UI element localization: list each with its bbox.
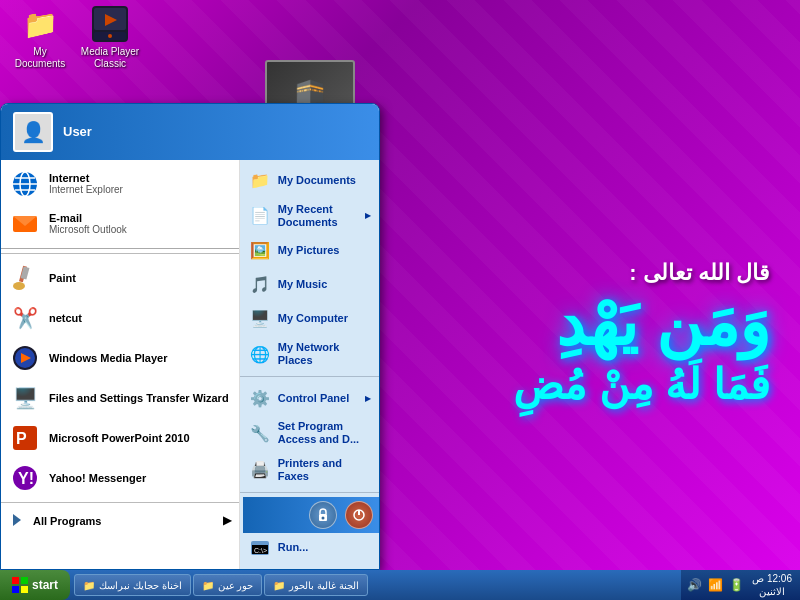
paint-label: Paint [49, 272, 76, 284]
right-my-recent[interactable]: 📄 My Recent Documents [240, 198, 379, 234]
all-programs-icon [9, 512, 25, 530]
powerpoint-label: Microsoft PowerPoint 2010 [49, 432, 190, 444]
taskbar-item-1[interactable]: 📁 الجنة غالية بالحور [264, 574, 368, 596]
right-my-music[interactable]: 🎵 My Music [240, 268, 379, 302]
arabic-text: قال الله تعالى : وَمَن يَهْدِ فَمَا لَهُ… [513, 260, 770, 409]
fastwiz-text: Files and Settings Transfer Wizard [49, 392, 229, 404]
menu-item-wmp[interactable]: Windows Media Player [1, 338, 239, 378]
netcut-text: netcut [49, 312, 82, 324]
taskbar-item-icon: 📁 [202, 580, 214, 591]
my-documents-label: My Documents [278, 174, 356, 187]
svg-marker-22 [13, 514, 21, 526]
powerpoint-text: Microsoft PowerPoint 2010 [49, 432, 190, 444]
taskbar-items: 📁 اخناة حجايك نبراسك 📁 حور عين 📁 الجنة غ… [74, 574, 681, 596]
media-player-icon [90, 4, 130, 44]
start-label: start [32, 578, 58, 592]
right-my-pictures[interactable]: 🖼️ My Pictures [240, 234, 379, 268]
right-run[interactable]: C:\> Run... [240, 531, 379, 565]
powerpoint-icon: P [9, 422, 41, 454]
all-programs-button[interactable]: All Programs ▶ [1, 507, 239, 535]
taskbar-item-2[interactable]: 📁 حور عين [193, 574, 263, 596]
computer-icon: 🖥️ [248, 307, 272, 331]
internet-sub: Internet Explorer [49, 184, 123, 195]
svg-text:Y!: Y! [18, 470, 34, 487]
network-icon: 🌐 [248, 342, 272, 366]
netcut-label: netcut [49, 312, 82, 324]
menu-separator-1 [1, 253, 239, 254]
svg-text:P: P [16, 430, 27, 447]
svg-rect-30 [12, 577, 19, 584]
menu-item-powerpoint[interactable]: P Microsoft PowerPoint 2010 [1, 418, 239, 458]
right-network[interactable]: 🌐 My Network Places [240, 336, 379, 372]
wmp-icon [9, 342, 41, 374]
my-pictures-label: My Pictures [278, 244, 340, 257]
set-program-icon: 🔧 [248, 421, 272, 445]
system-tray: 🔊 📶 🔋 12:06 ص الاثنين [681, 570, 800, 600]
svg-rect-33 [21, 586, 28, 593]
taskbar-item-label: اخناة حجايك نبراسك [99, 580, 182, 591]
fastwiz-label: Files and Settings Transfer Wizard [49, 392, 229, 404]
wmp-text: Windows Media Player [49, 352, 168, 364]
folder-icon: 📁 [248, 169, 272, 193]
menu-item-email[interactable]: E-mail Microsoft Outlook [1, 204, 239, 244]
network-label: My Network Places [278, 341, 371, 367]
user-avatar: 👤 [13, 112, 53, 152]
menu-item-fastwiz[interactable]: 🖥️ Files and Settings Transfer Wizard [1, 378, 239, 418]
start-menu-body: Internet Internet Explorer E-mail [1, 160, 379, 570]
menu-item-paint[interactable]: Paint [1, 258, 239, 298]
right-my-computer[interactable]: 🖥️ My Computer [240, 302, 379, 336]
run-icon: C:\> [248, 536, 272, 560]
desktop-icon-label: Media PlayerClassic [81, 46, 139, 70]
taskbar-item-3[interactable]: 📁 اخناة حجايك نبراسك [74, 574, 191, 596]
menu-item-yahoo[interactable]: Y! Yahoo! Messenger [1, 458, 239, 498]
printers-icon: 🖨️ [248, 458, 272, 482]
left-panel: Internet Internet Explorer E-mail [1, 160, 240, 570]
desktop-icon-my-documents[interactable]: 📁 MyDocuments [8, 4, 72, 70]
desktop-icon-label: MyDocuments [15, 46, 66, 70]
tray-icon-3[interactable]: 🔋 [727, 578, 746, 592]
tray-icon-1[interactable]: 🔊 [685, 578, 704, 592]
control-panel-icon: ⚙️ [248, 386, 272, 410]
start-menu-header: 👤 User [1, 104, 379, 160]
power-button[interactable] [345, 501, 373, 529]
all-programs-arrow: ▶ [223, 514, 231, 527]
email-sub: Microsoft Outlook [49, 224, 127, 235]
music-icon: 🎵 [248, 273, 272, 297]
right-my-documents[interactable]: 📁 My Documents [240, 164, 379, 198]
fastwiz-icon: 🖥️ [9, 382, 41, 414]
netcut-icon: ✂️ [9, 302, 41, 334]
my-documents-icon: 📁 [20, 4, 60, 44]
taskbar-item-label: الجنة غالية بالحور [289, 580, 359, 591]
email-icon [9, 208, 41, 240]
menu-item-internet[interactable]: Internet Internet Explorer [1, 164, 239, 204]
all-programs-label: All Programs [33, 515, 101, 527]
svg-point-27 [322, 517, 325, 520]
desktop-icon-media-player[interactable]: Media PlayerClassic [78, 4, 142, 70]
paint-text: Paint [49, 272, 76, 284]
arabic-line3: فَمَا لَهُ مِنْ مُضِ [513, 360, 770, 409]
right-printers[interactable]: 🖨️ Printers and Faxes [240, 452, 379, 488]
yahoo-icon: Y! [9, 462, 41, 494]
menu-item-netcut[interactable]: ✂️ netcut [1, 298, 239, 338]
internet-text: Internet Internet Explorer [49, 172, 123, 195]
svg-point-13 [13, 282, 25, 290]
taskbar-item-icon: 📁 [273, 580, 285, 591]
start-menu: 👤 User [0, 103, 380, 571]
pictures-icon: 🖼️ [248, 239, 272, 263]
svg-rect-32 [12, 586, 19, 593]
run-label: Run... [278, 541, 309, 554]
taskbar: start 📁 اخناة حجايك نبراسك 📁 حور عين 📁 ا… [0, 570, 800, 600]
right-panel: 📁 My Documents 📄 My Recent Documents 🖼️ … [240, 160, 379, 570]
svg-point-4 [108, 34, 112, 38]
right-separator-2 [240, 492, 379, 493]
printers-label: Printers and Faxes [278, 457, 371, 483]
email-label: E-mail [49, 212, 127, 224]
right-control-panel[interactable]: ⚙️ Control Panel [240, 381, 379, 415]
desktop: 📁 MyDocuments Media PlayerClassic 🕋 قال … [0, 0, 800, 600]
start-button[interactable]: start [0, 570, 70, 600]
taskbar-item-label: حور عين [218, 580, 254, 591]
email-text: E-mail Microsoft Outlook [49, 212, 127, 235]
right-set-program[interactable]: 🔧 Set Program Access and D... [240, 415, 379, 451]
tray-icon-2[interactable]: 📶 [706, 578, 725, 592]
lock-button[interactable] [309, 501, 337, 529]
